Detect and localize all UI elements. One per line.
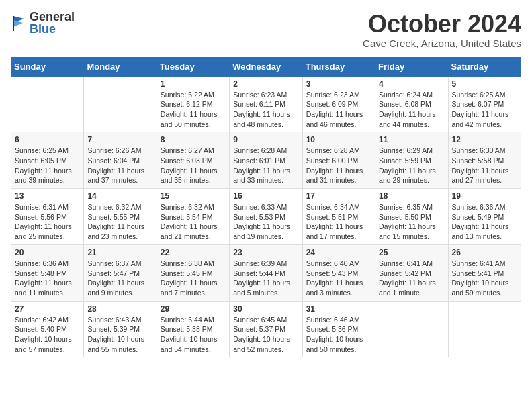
day-number: 18 bbox=[379, 191, 444, 201]
calendar-cell: 1Sunrise: 6:22 AM Sunset: 6:12 PM Daylig… bbox=[157, 76, 229, 132]
calendar-cell: 17Sunrise: 6:34 AM Sunset: 5:51 PM Dayli… bbox=[302, 189, 375, 245]
calendar-cell: 16Sunrise: 6:33 AM Sunset: 5:53 PM Dayli… bbox=[230, 189, 302, 245]
weekday-header-monday: Monday bbox=[84, 57, 157, 76]
calendar-cell: 11Sunrise: 6:29 AM Sunset: 5:59 PM Dayli… bbox=[375, 132, 448, 189]
calendar-table: SundayMondayTuesdayWednesdayThursdayFrid… bbox=[11, 57, 521, 358]
calendar-cell: 7Sunrise: 6:26 AM Sunset: 6:04 PM Daylig… bbox=[84, 132, 157, 189]
day-number: 7 bbox=[87, 135, 152, 144]
day-number: 2 bbox=[233, 79, 298, 89]
calendar-week-2: 6Sunrise: 6:25 AM Sunset: 6:05 PM Daylig… bbox=[11, 132, 521, 189]
calendar-cell: 23Sunrise: 6:39 AM Sunset: 5:44 PM Dayli… bbox=[230, 244, 302, 301]
page-header: General Blue October 2024 Cave Creek, Ar… bbox=[11, 11, 521, 49]
calendar-cell: 22Sunrise: 6:38 AM Sunset: 5:45 PM Dayli… bbox=[157, 244, 229, 301]
day-info: Sunrise: 6:33 AM Sunset: 5:53 PM Dayligh… bbox=[233, 202, 298, 242]
calendar-cell: 10Sunrise: 6:28 AM Sunset: 6:00 PM Dayli… bbox=[302, 132, 375, 189]
calendar-cell: 30Sunrise: 6:45 AM Sunset: 5:37 PM Dayli… bbox=[230, 301, 302, 357]
calendar-cell: 25Sunrise: 6:41 AM Sunset: 5:42 PM Dayli… bbox=[375, 244, 448, 301]
day-number: 12 bbox=[452, 135, 517, 144]
calendar-cell: 18Sunrise: 6:35 AM Sunset: 5:50 PM Dayli… bbox=[375, 189, 448, 245]
day-info: Sunrise: 6:23 AM Sunset: 6:11 PM Dayligh… bbox=[233, 90, 298, 130]
day-info: Sunrise: 6:34 AM Sunset: 5:51 PM Dayligh… bbox=[306, 202, 371, 242]
calendar-cell: 27Sunrise: 6:42 AM Sunset: 5:40 PM Dayli… bbox=[11, 301, 84, 357]
day-info: Sunrise: 6:38 AM Sunset: 5:45 PM Dayligh… bbox=[161, 259, 226, 298]
day-number: 28 bbox=[87, 304, 152, 314]
day-number: 16 bbox=[233, 191, 298, 201]
day-info: Sunrise: 6:30 AM Sunset: 5:58 PM Dayligh… bbox=[452, 146, 517, 185]
svg-marker-1 bbox=[13, 20, 23, 27]
day-number: 22 bbox=[161, 248, 226, 257]
day-number: 14 bbox=[87, 191, 152, 201]
day-info: Sunrise: 6:41 AM Sunset: 5:42 PM Dayligh… bbox=[379, 259, 444, 298]
day-info: Sunrise: 6:29 AM Sunset: 5:59 PM Dayligh… bbox=[379, 146, 444, 185]
day-info: Sunrise: 6:35 AM Sunset: 5:50 PM Dayligh… bbox=[379, 202, 444, 242]
day-number: 3 bbox=[306, 79, 371, 89]
day-number: 17 bbox=[306, 191, 371, 201]
calendar-cell: 6Sunrise: 6:25 AM Sunset: 6:05 PM Daylig… bbox=[11, 132, 84, 189]
calendar-cell: 9Sunrise: 6:28 AM Sunset: 6:01 PM Daylig… bbox=[230, 132, 302, 189]
calendar-cell: 19Sunrise: 6:36 AM Sunset: 5:49 PM Dayli… bbox=[448, 189, 521, 245]
day-number: 6 bbox=[15, 135, 80, 144]
day-info: Sunrise: 6:40 AM Sunset: 5:43 PM Dayligh… bbox=[306, 259, 371, 298]
day-info: Sunrise: 6:23 AM Sunset: 6:09 PM Dayligh… bbox=[306, 90, 371, 130]
location-title: Cave Creek, Arizona, United States bbox=[363, 38, 521, 49]
calendar-cell: 28Sunrise: 6:43 AM Sunset: 5:39 PM Dayli… bbox=[84, 301, 157, 357]
day-info: Sunrise: 6:45 AM Sunset: 5:37 PM Dayligh… bbox=[233, 315, 298, 355]
day-info: Sunrise: 6:36 AM Sunset: 5:49 PM Dayligh… bbox=[452, 202, 517, 242]
logo-text: General Blue bbox=[30, 11, 75, 35]
calendar-cell: 2Sunrise: 6:23 AM Sunset: 6:11 PM Daylig… bbox=[230, 76, 302, 132]
day-info: Sunrise: 6:26 AM Sunset: 6:04 PM Dayligh… bbox=[87, 146, 152, 185]
day-info: Sunrise: 6:37 AM Sunset: 5:47 PM Dayligh… bbox=[87, 259, 152, 298]
calendar-cell: 5Sunrise: 6:25 AM Sunset: 6:07 PM Daylig… bbox=[448, 76, 521, 132]
calendar-cell bbox=[375, 301, 448, 357]
day-number: 8 bbox=[161, 135, 226, 144]
day-number: 10 bbox=[306, 135, 371, 144]
weekday-header-sunday: Sunday bbox=[11, 57, 84, 76]
calendar-week-5: 27Sunrise: 6:42 AM Sunset: 5:40 PM Dayli… bbox=[11, 301, 521, 357]
weekday-header-saturday: Saturday bbox=[448, 57, 521, 76]
day-number: 1 bbox=[161, 79, 226, 89]
calendar-cell: 15Sunrise: 6:32 AM Sunset: 5:54 PM Dayli… bbox=[157, 189, 229, 245]
day-info: Sunrise: 6:22 AM Sunset: 6:12 PM Dayligh… bbox=[161, 90, 226, 130]
day-number: 24 bbox=[306, 248, 371, 257]
calendar-cell: 29Sunrise: 6:44 AM Sunset: 5:38 PM Dayli… bbox=[157, 301, 229, 357]
weekday-header-thursday: Thursday bbox=[302, 57, 375, 76]
calendar-week-1: 1Sunrise: 6:22 AM Sunset: 6:12 PM Daylig… bbox=[11, 76, 521, 132]
logo-general: General bbox=[30, 11, 75, 23]
calendar-cell: 20Sunrise: 6:36 AM Sunset: 5:48 PM Dayli… bbox=[11, 244, 84, 301]
day-number: 15 bbox=[161, 191, 226, 201]
calendar-cell: 21Sunrise: 6:37 AM Sunset: 5:47 PM Dayli… bbox=[84, 244, 157, 301]
calendar-week-4: 20Sunrise: 6:36 AM Sunset: 5:48 PM Dayli… bbox=[11, 244, 521, 301]
calendar-cell: 3Sunrise: 6:23 AM Sunset: 6:09 PM Daylig… bbox=[302, 76, 375, 132]
day-info: Sunrise: 6:31 AM Sunset: 5:56 PM Dayligh… bbox=[15, 202, 80, 242]
day-info: Sunrise: 6:44 AM Sunset: 5:38 PM Dayligh… bbox=[161, 315, 226, 355]
calendar-cell: 26Sunrise: 6:41 AM Sunset: 5:41 PM Dayli… bbox=[448, 244, 521, 301]
weekday-header-wednesday: Wednesday bbox=[230, 57, 302, 76]
logo-icon bbox=[11, 13, 27, 32]
title-block: October 2024 Cave Creek, Arizona, United… bbox=[363, 11, 521, 49]
day-info: Sunrise: 6:32 AM Sunset: 5:55 PM Dayligh… bbox=[87, 202, 152, 242]
day-info: Sunrise: 6:25 AM Sunset: 6:05 PM Dayligh… bbox=[15, 146, 80, 185]
day-info: Sunrise: 6:42 AM Sunset: 5:40 PM Dayligh… bbox=[15, 315, 80, 355]
day-number: 30 bbox=[233, 304, 298, 314]
day-number: 25 bbox=[379, 248, 444, 257]
day-number: 29 bbox=[161, 304, 226, 314]
weekday-header-friday: Friday bbox=[375, 57, 448, 76]
month-title: October 2024 bbox=[363, 11, 521, 38]
calendar-cell: 4Sunrise: 6:24 AM Sunset: 6:08 PM Daylig… bbox=[375, 76, 448, 132]
calendar-cell bbox=[84, 76, 157, 132]
calendar-week-3: 13Sunrise: 6:31 AM Sunset: 5:56 PM Dayli… bbox=[11, 189, 521, 245]
logo-blue: Blue bbox=[30, 23, 75, 35]
day-info: Sunrise: 6:41 AM Sunset: 5:41 PM Dayligh… bbox=[452, 259, 517, 298]
day-number: 9 bbox=[233, 135, 298, 144]
day-info: Sunrise: 6:24 AM Sunset: 6:08 PM Dayligh… bbox=[379, 90, 444, 130]
calendar-header-row: SundayMondayTuesdayWednesdayThursdayFrid… bbox=[11, 57, 521, 76]
day-info: Sunrise: 6:43 AM Sunset: 5:39 PM Dayligh… bbox=[87, 315, 152, 355]
day-number: 5 bbox=[452, 79, 517, 89]
calendar-cell: 8Sunrise: 6:27 AM Sunset: 6:03 PM Daylig… bbox=[157, 132, 229, 189]
day-number: 20 bbox=[15, 248, 80, 257]
calendar-cell bbox=[448, 301, 521, 357]
day-number: 11 bbox=[379, 135, 444, 144]
day-number: 27 bbox=[15, 304, 80, 314]
calendar-cell: 24Sunrise: 6:40 AM Sunset: 5:43 PM Dayli… bbox=[302, 244, 375, 301]
calendar-cell: 14Sunrise: 6:32 AM Sunset: 5:55 PM Dayli… bbox=[84, 189, 157, 245]
